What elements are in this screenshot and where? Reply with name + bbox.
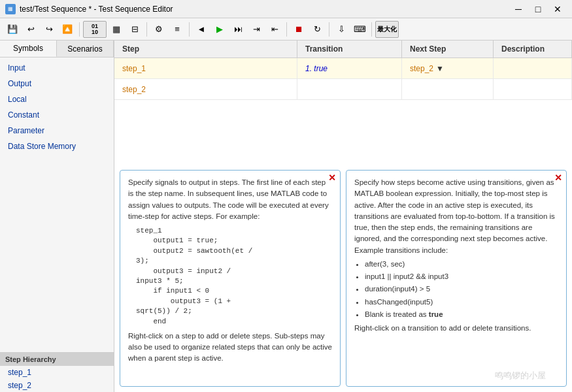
undo-button[interactable]: ↩: [22, 21, 39, 38]
hierarchy-step1[interactable]: step_1: [0, 366, 114, 379]
separator-5: [329, 22, 329, 37]
list-button[interactable]: ≡: [169, 21, 186, 38]
sidebar: Symbols Scenarios Input Output Local Con…: [0, 41, 114, 392]
bullet-5: Blank is treated as true: [365, 309, 558, 320]
sidebar-item-input[interactable]: Input: [0, 60, 114, 76]
tooltip-arrow-inner-right: [452, 170, 461, 171]
close-button[interactable]: ✕: [548, 3, 567, 16]
tooltip-container: ✕ Specify signals to output in steps. Th…: [114, 170, 572, 392]
binary-button[interactable]: 0110: [83, 21, 107, 38]
export2-button[interactable]: ⇤: [266, 21, 283, 38]
tooltip-step: ✕ Specify signals to output in steps. Th…: [120, 170, 341, 387]
sidebar-item-constant[interactable]: Constant: [0, 107, 114, 123]
separator-2: [146, 22, 147, 37]
step-hierarchy-title: Step Hierarchy: [0, 353, 114, 366]
save-button[interactable]: 💾: [4, 21, 21, 38]
col-description: Description: [494, 41, 572, 57]
tooltip-transition: ✕ Specify how steps become active using …: [346, 170, 567, 387]
redo-button[interactable]: ↪: [41, 21, 58, 38]
sidebar-item-output[interactable]: Output: [0, 76, 114, 91]
tooltip-close-left[interactable]: ✕: [328, 173, 336, 182]
cell-desc-1[interactable]: [494, 58, 572, 78]
col-step: Step: [114, 41, 297, 57]
sidebar-item-local[interactable]: Local: [0, 91, 114, 107]
bullet-3: duration(input4) > 5: [365, 284, 558, 295]
separator-3: [189, 22, 190, 37]
cell-desc-2[interactable]: [494, 79, 572, 99]
table-row[interactable]: step_2: [114, 79, 572, 100]
bullet-4: hasChanged(input5): [365, 297, 558, 308]
cell-nextstep-1[interactable]: step_2 ▼: [402, 58, 494, 78]
cell-transition-2[interactable]: [297, 79, 402, 99]
sidebar-item-parameter[interactable]: Parameter: [0, 123, 114, 139]
tooltip-transition-para: Specify how steps become active using tr…: [354, 177, 558, 256]
tooltip-step-para: Specify signals to output in steps. The …: [128, 177, 332, 222]
bullet-2: input1 || input2 && input3: [365, 271, 558, 282]
maximize-view-button[interactable]: 最大化: [375, 21, 399, 38]
grid-button[interactable]: ▦: [108, 21, 125, 38]
step-name-2: step_2: [122, 85, 146, 94]
bullet-1: after(3, sec): [365, 259, 558, 270]
tab-symbols[interactable]: Symbols: [0, 41, 57, 57]
title-bar: ▦ test/Test Sequence * - Test Sequence E…: [0, 0, 572, 18]
transition-value-1: 1. true: [305, 64, 328, 73]
maximize-button[interactable]: □: [529, 3, 547, 16]
step-name-1: step_1: [122, 64, 146, 73]
sidebar-tabs: Symbols Scenarios: [0, 41, 114, 57]
step-forward-button[interactable]: ⏭: [229, 21, 246, 38]
separator-6: [371, 22, 372, 37]
hierarchy-step2[interactable]: step_2: [0, 379, 114, 392]
col-nextstep: Next Step: [402, 41, 494, 57]
tab-scenarios[interactable]: Scenarios: [57, 41, 114, 57]
separator-4: [286, 22, 287, 37]
sidebar-item-datastore[interactable]: Data Store Memory: [0, 139, 114, 154]
play-button[interactable]: ▶: [211, 21, 228, 38]
sidebar-nav: Input Output Local Constant Parameter Da…: [0, 57, 114, 352]
refresh-button[interactable]: ↻: [309, 21, 326, 38]
tooltip-transition-bullets: after(3, sec) input1 || input2 && input3…: [365, 259, 558, 320]
step-hierarchy: Step Hierarchy step_1 step_2: [0, 352, 114, 392]
col-transition: Transition: [297, 41, 402, 57]
separator-1: [79, 22, 80, 37]
settings-button[interactable]: ⚙: [150, 21, 167, 38]
cell-transition-1[interactable]: 1. true: [297, 58, 402, 78]
tooltip-transition-footer: Right-click on a transition to add or de…: [354, 323, 558, 334]
export-button[interactable]: ⊟: [126, 21, 143, 38]
toolbar: 💾 ↩ ↪ 🔼 0110 ▦ ⊟ ⚙ ≡ ◄ ▶ ⏭ ⇥ ⇤ ⏹ ↻ ⇩ ⌨ 最…: [0, 18, 572, 41]
up-button[interactable]: 🔼: [59, 21, 76, 38]
nextstep-value-1: step_2: [410, 64, 433, 73]
cell-step-1: step_1: [114, 58, 297, 78]
stop-button[interactable]: ⏹: [290, 21, 307, 38]
minimize-button[interactable]: ─: [509, 3, 528, 16]
tooltip-arrow-inner-left: [226, 170, 235, 171]
content-area: Step Transition Next Step Description st…: [114, 41, 572, 392]
download-button[interactable]: ⇩: [333, 21, 350, 38]
tooltip-step-code: step_1 output1 = true; output2 = sawtoot…: [136, 226, 332, 327]
cell-nextstep-2[interactable]: [402, 79, 494, 99]
keyboard-button[interactable]: ⌨: [351, 21, 368, 38]
left-arrow-button[interactable]: ◄: [193, 21, 210, 38]
import-button[interactable]: ⇥: [248, 21, 265, 38]
main-layout: Symbols Scenarios Input Output Local Con…: [0, 41, 572, 392]
table-header: Step Transition Next Step Description: [114, 41, 572, 58]
table-row[interactable]: step_1 1. true step_2 ▼: [114, 58, 572, 79]
app-icon: ▦: [5, 4, 16, 14]
window-title: test/Test Sequence * - Test Sequence Edi…: [20, 5, 173, 14]
tooltip-close-right[interactable]: ✕: [554, 173, 562, 182]
cell-step-2: step_2: [114, 79, 297, 99]
tooltip-step-footer: Right-click on a step to add or delete s…: [128, 331, 332, 365]
nextstep-dropdown-1[interactable]: ▼: [436, 64, 444, 73]
